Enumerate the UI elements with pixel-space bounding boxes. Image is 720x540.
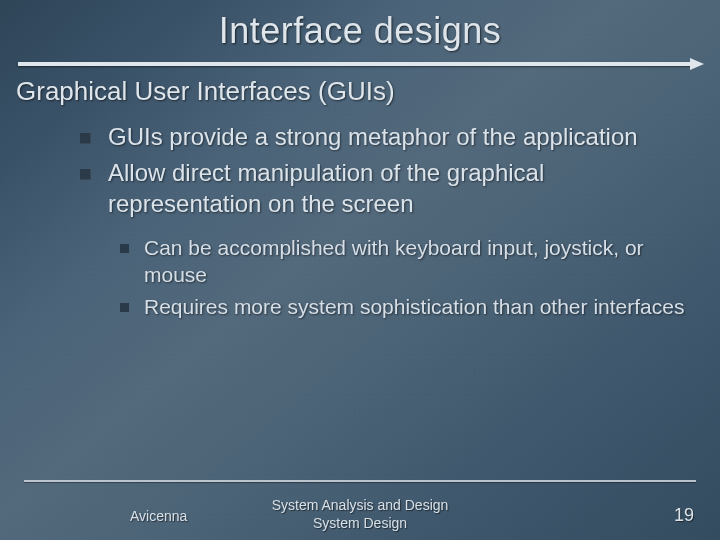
title-underline-arrow xyxy=(18,60,702,68)
list-item: Requires more system sophistication than… xyxy=(120,293,690,320)
arrow-head-icon xyxy=(690,58,704,70)
slide-number: 19 xyxy=(674,505,694,526)
slide-title: Interface designs xyxy=(0,0,720,52)
arrow-shaft xyxy=(18,62,692,66)
footer-line1: System Analysis and Design xyxy=(0,497,720,515)
list-item: Allow direct manipulation of the graphic… xyxy=(80,157,690,220)
footer-divider xyxy=(24,480,696,482)
footer: Avicenna System Analysis and Design Syst… xyxy=(0,484,720,540)
footer-course: System Analysis and Design System Design xyxy=(0,497,720,532)
list-item: GUIs provide a strong metaphor of the ap… xyxy=(80,121,690,153)
list-item: Can be accomplished with keyboard input,… xyxy=(120,234,690,289)
bullet-list-level1: GUIs provide a strong metaphor of the ap… xyxy=(80,121,690,220)
bullet-text: Requires more system sophistication than… xyxy=(144,295,684,318)
bullet-text: GUIs provide a strong metaphor of the ap… xyxy=(108,123,638,150)
bullet-text: Allow direct manipulation of the graphic… xyxy=(108,159,544,218)
slide: Interface designs Graphical User Interfa… xyxy=(0,0,720,540)
bullet-list-level2: Can be accomplished with keyboard input,… xyxy=(120,234,690,320)
footer-line2: System Design xyxy=(0,515,720,533)
slide-subtitle: Graphical User Interfaces (GUIs) xyxy=(16,76,704,107)
bullet-text: Can be accomplished with keyboard input,… xyxy=(144,236,644,286)
